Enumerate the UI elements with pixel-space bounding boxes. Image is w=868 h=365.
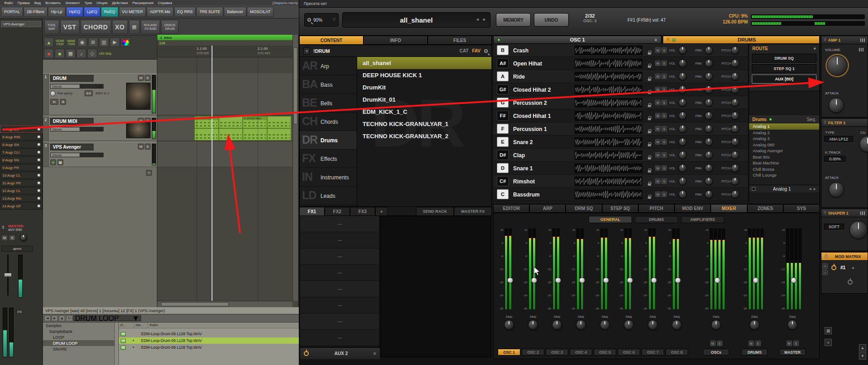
fader-handle[interactable]	[651, 277, 657, 283]
row-mute-button[interactable]: M	[655, 74, 660, 79]
category-Drums[interactable]: DRDrums	[300, 131, 357, 150]
toolbar-button-MOSCILAT[interactable]: MOSCILAT	[247, 7, 274, 17]
channel-label[interactable]: MASTER	[779, 349, 806, 356]
row-mute-button[interactable]: M	[655, 165, 660, 171]
tab-FILES[interactable]: FILES	[428, 36, 492, 45]
tree-item-LOOP[interactable]: LOOP	[43, 334, 118, 340]
channel-pan-knob[interactable]	[648, 320, 658, 330]
channel-label[interactable]: OSC 2	[522, 349, 544, 356]
arrange-view[interactable]: 1 Intro 126 1.1.002.1.003.0:00.0000:01.9…	[157, 35, 298, 307]
midi-item[interactable]	[219, 116, 243, 128]
fx-slot[interactable]: ---	[300, 330, 379, 346]
osc-panel-header[interactable]: OSC 1 +	[493, 36, 661, 44]
file-row[interactable]: EDM-Loop-Drum-09 L128 Top.WAV	[119, 331, 299, 337]
row-solo-button[interactable]: S	[661, 192, 667, 197]
toolbar-button-Hp-Lp[interactable]: Hp-Lp	[48, 7, 66, 17]
vol-knob[interactable]	[679, 125, 687, 133]
toolbar-button-VU METER[interactable]: VU METER	[119, 7, 146, 17]
category-Bells[interactable]: BEBells	[300, 94, 357, 112]
category-Arp[interactable]: ARArp	[300, 57, 357, 75]
fx-slot-label[interactable]: FX	[16, 310, 23, 314]
route-button[interactable]: ▦	[57, 159, 63, 165]
fader-handle[interactable]	[753, 277, 759, 283]
kit-item-Analog 080[interactable]: Analog 080	[749, 142, 819, 148]
vol-knob[interactable]	[679, 138, 687, 146]
menu-Действия[interactable]: Действия	[110, 1, 130, 5]
vol-knob[interactable]	[679, 85, 687, 94]
aux-label[interactable]: AUX 2	[311, 351, 371, 356]
power-icon[interactable]	[304, 351, 309, 356]
pan-knob[interactable]	[705, 59, 713, 67]
pitch-knob[interactable]	[731, 112, 739, 120]
add-route-icon[interactable]: +	[813, 46, 816, 51]
bottom-tab-ZONES[interactable]: ZONES	[747, 204, 783, 213]
row-solo-button[interactable]: S	[661, 100, 667, 105]
fader-handle[interactable]	[579, 277, 585, 283]
row-solo-button[interactable]: S	[661, 165, 667, 171]
track-lane-vps-avenger[interactable]	[157, 142, 292, 167]
file-list-header[interactable]: И...Ме...Файл	[119, 323, 299, 328]
drum-row-Clap[interactable]: D#ClapMSVOLPANPITCH	[493, 149, 748, 162]
preset-display[interactable]: all_shanel ◄ ►	[342, 12, 491, 28]
category-Chords[interactable]: CHChords	[300, 112, 357, 131]
param-chip-5:Augr RIN[interactable]: 5:Augr RIN	[0, 133, 42, 140]
fav-toggle[interactable]: FAV	[472, 48, 481, 53]
row-mute-button[interactable]: M	[655, 192, 660, 197]
route-item-AUX [BD][interactable]: AUX [BD]	[752, 75, 816, 84]
toolbar-button-icon[interactable]: ▦	[129, 20, 140, 34]
pitch-knob[interactable]	[731, 177, 739, 185]
osc-power-led[interactable]	[497, 38, 500, 42]
amp-attack-knob[interactable]	[829, 98, 844, 113]
cutoff-knob[interactable]	[859, 136, 868, 152]
channel-label[interactable]: OSC 3	[546, 349, 568, 356]
row-mute-button[interactable]: M	[655, 47, 660, 53]
pan-knob[interactable]	[705, 72, 713, 80]
docker-tab-vps-avenger[interactable]: VPS Avenger	[1, 21, 41, 27]
group-solo-button[interactable]: S	[755, 341, 761, 346]
pattern-icon[interactable]: ▦	[66, 49, 75, 58]
drums-power-led[interactable]	[672, 38, 675, 42]
scroll-down-icon[interactable]: ▼	[859, 352, 866, 360]
lock-icon[interactable]	[648, 88, 651, 96]
toolbar-button-ROLAND-XV-5080[interactable]: ROLANDXV-5080	[141, 20, 160, 34]
fx-tab-FX2[interactable]: FX2	[325, 207, 350, 216]
midi-item[interactable]: 5DRUM MIDI	[243, 116, 267, 128]
fader-handle[interactable]	[714, 277, 720, 283]
master-solo-button[interactable]: S	[9, 235, 15, 241]
group-solo-button[interactable]: S	[717, 341, 722, 346]
bottom-tab-SYS[interactable]: SYS	[783, 204, 820, 213]
pitch-knob[interactable]	[731, 138, 739, 146]
bottom-tab-MIXER[interactable]: MIXER	[711, 204, 747, 213]
kit-item-Chill Lounge[interactable]: Chill Lounge	[749, 172, 819, 178]
forward-icon[interactable]: ►	[52, 315, 58, 321]
row-mute-button[interactable]: M	[655, 100, 660, 105]
midi-item[interactable]	[267, 116, 292, 128]
kit-item-Analog 1[interactable]: Analog 1	[749, 123, 819, 130]
channel-pan-knob[interactable]	[600, 320, 610, 330]
menu-Элемент[interactable]: Элемент	[63, 1, 82, 5]
fader-handle[interactable]	[507, 277, 513, 283]
menu-Вставить[interactable]: Вставить	[43, 1, 63, 5]
scroll-up-icon[interactable]: ▲	[859, 344, 866, 351]
master-mute-button[interactable]: M	[1, 235, 8, 241]
pitch-knob[interactable]	[731, 46, 739, 54]
zoom-control[interactable]: 90% ⠿	[304, 13, 339, 27]
kits-tab-drums[interactable]: Drums	[752, 117, 767, 122]
vol-knob[interactable]	[679, 72, 687, 80]
column-header-Ме...[interactable]: Ме...	[134, 323, 148, 328]
bottom-tab-PITCH[interactable]: PITCH	[638, 204, 675, 213]
menu-Файл[interactable]: Файл	[2, 1, 15, 5]
lock-icon[interactable]	[648, 114, 651, 122]
env2-button[interactable]: ≋	[60, 99, 66, 105]
tree-item-DRUM LOOP[interactable]: DRUM LOOP	[43, 340, 118, 346]
kit-item-Analog 3[interactable]: Analog 3	[749, 136, 819, 142]
pitch-knob[interactable]	[731, 151, 739, 159]
scrollbar-thumb[interactable]	[293, 47, 297, 124]
kit-item-Beat 90s[interactable]: Beat 90s	[749, 154, 819, 160]
track-lane-drum[interactable]	[157, 73, 292, 115]
amp-volume-knob[interactable]	[827, 55, 848, 76]
list-icon[interactable]: ≡	[825, 339, 832, 346]
param-chip-9:Augr PR[interactable]: 9:Augr PR	[0, 164, 42, 171]
eye-icon[interactable]: ◉	[77, 37, 87, 47]
toolbar-button-ADPTR.Me[interactable]: ADPTR.Me	[146, 7, 174, 17]
